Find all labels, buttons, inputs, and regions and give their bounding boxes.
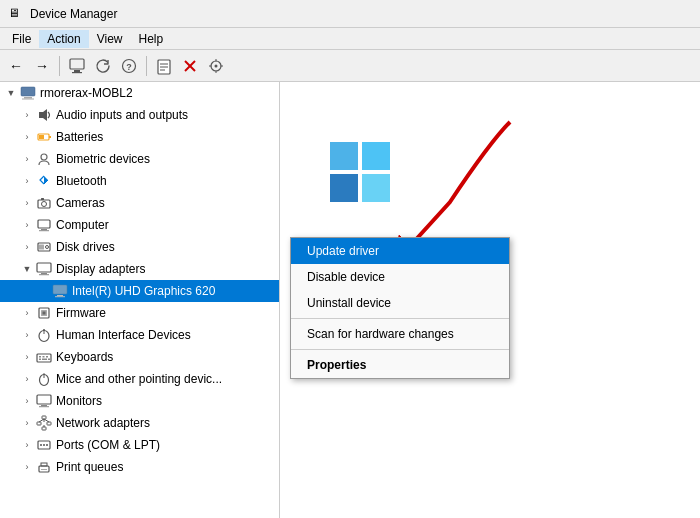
svg-line-64: [39, 419, 44, 422]
batteries-toggle[interactable]: ›: [20, 130, 34, 144]
help-button[interactable]: ?: [117, 54, 141, 78]
audio-label: Audio inputs and outputs: [56, 108, 188, 122]
context-menu-uninstall-device[interactable]: Uninstall device: [291, 290, 509, 316]
context-menu-disable-device[interactable]: Disable device: [291, 264, 509, 290]
network-toggle[interactable]: ›: [20, 416, 34, 430]
firmware-icon: [36, 305, 52, 321]
ports-icon: [36, 437, 52, 453]
context-menu-update-driver[interactable]: Update driver: [291, 238, 509, 264]
title-bar: 🖥 Device Manager: [0, 0, 700, 28]
menu-action[interactable]: Action: [39, 30, 88, 48]
svg-point-55: [43, 373, 45, 375]
refresh-button[interactable]: [91, 54, 115, 78]
tree-item-cameras[interactable]: › Cameras: [0, 192, 279, 214]
menu-help[interactable]: Help: [131, 30, 172, 48]
batteries-label: Batteries: [56, 130, 103, 144]
back-button[interactable]: ←: [4, 54, 28, 78]
svg-rect-36: [39, 274, 49, 275]
toolbar-sep-1: [59, 56, 60, 76]
svg-rect-32: [39, 245, 44, 250]
svg-rect-0: [70, 59, 84, 69]
forward-button[interactable]: →: [30, 54, 54, 78]
tree-item-ports[interactable]: › Ports (COM & LPT): [0, 434, 279, 456]
disk-toggle[interactable]: ›: [20, 240, 34, 254]
windows-logo: [330, 142, 390, 202]
windows-logo-svg: [330, 142, 390, 202]
display-toggle[interactable]: ▼: [20, 262, 34, 276]
hid-toggle[interactable]: ›: [20, 328, 34, 342]
hid-label: Human Interface Devices: [56, 328, 191, 342]
print-label: Print queues: [56, 460, 123, 474]
computer-toggle[interactable]: ›: [20, 218, 34, 232]
svg-rect-56: [37, 395, 51, 404]
audio-icon: [36, 107, 52, 123]
network-icon: [36, 415, 52, 431]
svg-rect-34: [37, 263, 51, 272]
mice-toggle[interactable]: ›: [20, 372, 34, 386]
menu-file[interactable]: File: [4, 30, 39, 48]
tree-root[interactable]: ▼ rmorerax-MOBL2: [0, 82, 279, 104]
ports-label: Ports (COM & LPT): [56, 438, 160, 452]
svg-rect-52: [48, 359, 50, 361]
svg-point-33: [46, 246, 49, 249]
keyboards-icon: [36, 349, 52, 365]
svg-rect-76: [362, 142, 390, 170]
menu-view[interactable]: View: [89, 30, 131, 48]
uninstall-button[interactable]: [178, 54, 202, 78]
batteries-icon: [36, 129, 52, 145]
computer-label: Computer: [56, 218, 109, 232]
tree-item-mice[interactable]: › Mice and other pointing devic...: [0, 368, 279, 390]
context-menu-sep-2: [291, 349, 509, 350]
cameras-toggle[interactable]: ›: [20, 196, 34, 210]
tree-item-bluetooth[interactable]: › Bluetooth: [0, 170, 279, 192]
firmware-toggle[interactable]: ›: [20, 306, 34, 320]
firmware-label: Firmware: [56, 306, 106, 320]
root-toggle[interactable]: ▼: [4, 86, 18, 100]
tree-item-intel-uhd[interactable]: › Intel(R) UHD Graphics 620: [0, 280, 279, 302]
display-label: Display adapters: [56, 262, 145, 276]
svg-point-70: [46, 444, 48, 446]
tree-item-audio[interactable]: › Audio inputs and outputs: [0, 104, 279, 126]
monitors-toggle[interactable]: ›: [20, 394, 34, 408]
cameras-label: Cameras: [56, 196, 105, 210]
svg-rect-73: [41, 469, 47, 470]
tree-item-display[interactable]: ▼ Display adapters: [0, 258, 279, 280]
tree-item-biometric[interactable]: › Biometric devices: [0, 148, 279, 170]
monitors-label: Monitors: [56, 394, 102, 408]
tree-item-hid[interactable]: › Human Interface Devices: [0, 324, 279, 346]
bluetooth-toggle[interactable]: ›: [20, 174, 34, 188]
svg-rect-77: [330, 174, 358, 202]
ports-toggle[interactable]: ›: [20, 438, 34, 452]
biometric-toggle[interactable]: ›: [20, 152, 34, 166]
tree-item-batteries[interactable]: › Batteries: [0, 126, 279, 148]
tree-item-network[interactable]: › Network adapters: [0, 412, 279, 434]
toolbar: ← → ?: [0, 50, 700, 82]
tree-item-firmware[interactable]: › Firmware: [0, 302, 279, 324]
svg-rect-51: [42, 359, 47, 361]
context-menu-sep-1: [291, 318, 509, 319]
svg-rect-38: [57, 295, 63, 296]
svg-rect-75: [330, 142, 358, 170]
context-menu-properties[interactable]: Properties: [291, 352, 509, 378]
tree-item-computer[interactable]: › Computer: [0, 214, 279, 236]
scan-button[interactable]: [204, 54, 228, 78]
svg-rect-57: [41, 405, 47, 406]
keyboards-toggle[interactable]: ›: [20, 350, 34, 364]
intel-uhd-icon: [52, 283, 68, 299]
svg-rect-47: [39, 356, 41, 358]
computer-button[interactable]: [65, 54, 89, 78]
tree-item-print[interactable]: › Print queues: [0, 456, 279, 478]
svg-rect-58: [39, 406, 49, 407]
audio-toggle[interactable]: ›: [20, 108, 34, 122]
device-tree: ▼ rmorerax-MOBL2 › Audio inputs and outp…: [0, 82, 280, 518]
print-toggle[interactable]: ›: [20, 460, 34, 474]
context-menu-scan-hardware[interactable]: Scan for hardware changes: [291, 321, 509, 347]
tree-item-keyboards[interactable]: › Keyboards: [0, 346, 279, 368]
properties-button[interactable]: [152, 54, 176, 78]
svg-rect-1: [74, 70, 80, 72]
svg-rect-19: [22, 99, 34, 100]
svg-rect-39: [55, 296, 65, 297]
tree-item-disk[interactable]: › Disk drives: [0, 236, 279, 258]
tree-item-monitors[interactable]: › Monitors: [0, 390, 279, 412]
svg-rect-49: [46, 356, 48, 358]
